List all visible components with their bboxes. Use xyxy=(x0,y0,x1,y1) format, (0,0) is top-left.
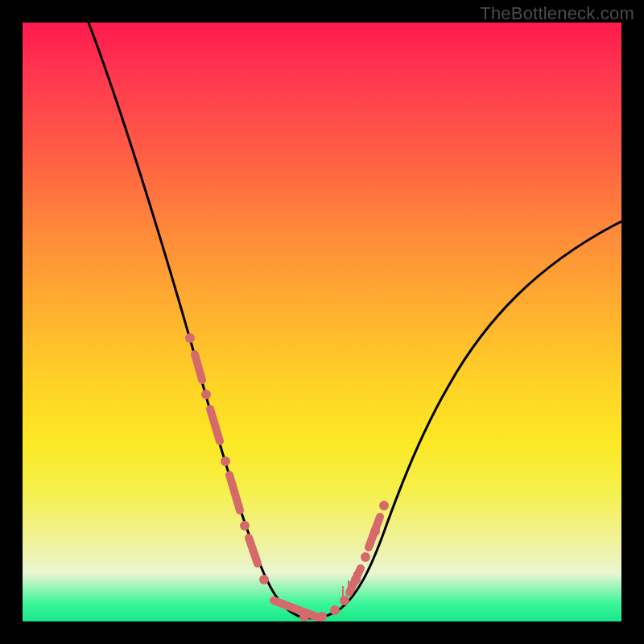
marker-dot xyxy=(379,501,389,510)
marker-dot xyxy=(370,526,380,536)
marker-dot xyxy=(240,521,250,530)
curve-path xyxy=(89,23,621,618)
marker-dot xyxy=(317,612,327,621)
marker-dot xyxy=(221,456,230,466)
marker-dot xyxy=(259,575,269,584)
watermark-text: TheBottleneck.com xyxy=(480,3,634,24)
marker-dot xyxy=(201,390,211,399)
marker-dot xyxy=(299,612,309,621)
chart-plot-area xyxy=(23,23,621,621)
marker-dot xyxy=(361,552,370,562)
marker-dot xyxy=(351,575,361,584)
marker-seg xyxy=(195,354,202,380)
marker-seg xyxy=(210,409,220,441)
marker-dot xyxy=(185,333,195,343)
marker-seg xyxy=(249,538,258,564)
bottleneck-curve xyxy=(23,23,621,621)
marker-dot xyxy=(340,596,349,605)
marker-seg xyxy=(229,475,240,510)
marker-dot xyxy=(330,605,340,615)
